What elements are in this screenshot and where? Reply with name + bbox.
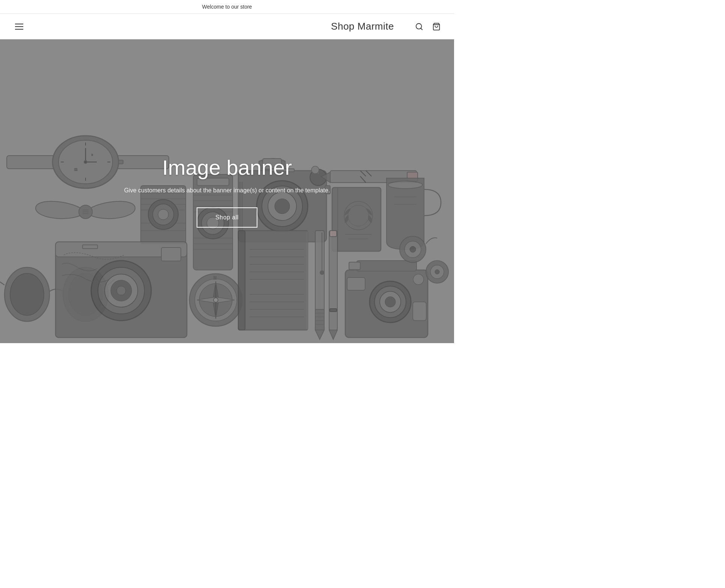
- svg-rect-120: [329, 231, 337, 330]
- svg-rect-88: [161, 248, 181, 261]
- svg-rect-4: [7, 156, 59, 169]
- svg-point-136: [410, 246, 416, 252]
- svg-text:3: 3: [92, 153, 93, 156]
- svg-point-113: [320, 271, 324, 274]
- header-left: [12, 21, 26, 33]
- svg-rect-131: [349, 262, 360, 270]
- svg-rect-98: [238, 231, 308, 330]
- search-button[interactable]: [414, 21, 425, 32]
- svg-rect-89: [83, 245, 98, 249]
- banner-title: Image banner: [124, 155, 330, 180]
- announcement-text: Welcome to our store: [202, 4, 252, 10]
- svg-point-96: [214, 298, 218, 302]
- svg-point-132: [413, 274, 424, 285]
- hamburger-icon: [14, 22, 25, 31]
- svg-rect-115: [315, 309, 324, 330]
- svg-point-129: [385, 297, 396, 307]
- svg-point-139: [435, 270, 439, 274]
- svg-rect-133: [413, 302, 426, 321]
- shop-all-label: Shop all: [215, 214, 239, 220]
- cart-icon: [432, 22, 441, 31]
- banner-content: Image banner Give customers details abou…: [109, 155, 345, 228]
- svg-point-76: [10, 273, 44, 315]
- svg-rect-122: [330, 231, 337, 237]
- banner-section: 12 3: [0, 39, 454, 343]
- svg-text:N: N: [214, 276, 217, 280]
- cart-button[interactable]: [431, 21, 442, 32]
- svg-point-87: [117, 286, 126, 295]
- shop-all-button[interactable]: Shop all: [197, 207, 257, 228]
- svg-text:12: 12: [74, 168, 77, 171]
- svg-point-66: [388, 181, 423, 189]
- announcement-bar: Welcome to our store: [0, 0, 454, 14]
- svg-point-10: [84, 160, 87, 164]
- svg-rect-125: [356, 261, 417, 271]
- banner-subtitle: Give customers details about the banner …: [124, 187, 330, 194]
- svg-rect-99: [238, 231, 245, 330]
- svg-rect-123: [330, 309, 337, 312]
- site-title: Shop Marmite: [331, 21, 394, 32]
- hamburger-menu-button[interactable]: [12, 21, 26, 33]
- header-right: [414, 21, 442, 32]
- header-center: Shop Marmite: [331, 21, 394, 32]
- svg-rect-130: [347, 278, 365, 290]
- site-header: Shop Marmite: [0, 14, 454, 39]
- search-icon: [415, 22, 423, 31]
- svg-line-1: [421, 28, 422, 30]
